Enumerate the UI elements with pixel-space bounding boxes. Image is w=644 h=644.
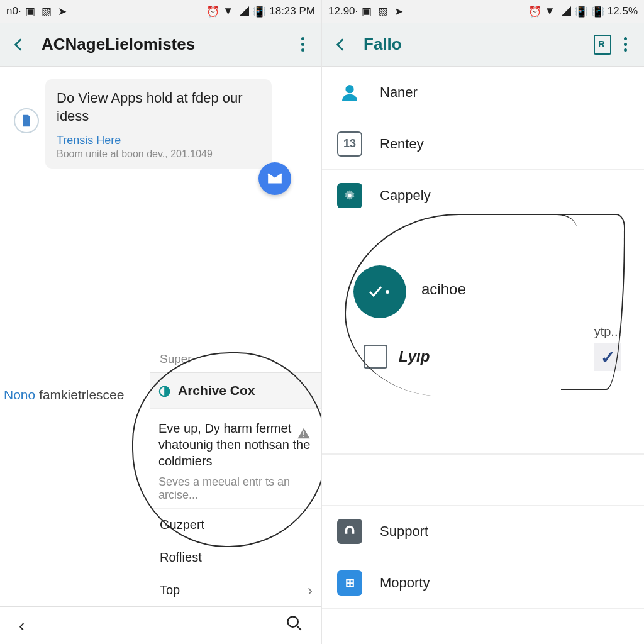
vibrate-icon: 📳 [575,5,587,18]
svg-point-0 [288,617,298,627]
image-icon: ▧ [378,5,391,18]
lyip-label: Lyıp [399,348,430,365]
archive-item-top[interactable]: Top › [150,574,322,606]
support-icon [337,519,362,544]
ytp-label: ytp... [594,325,621,339]
archive-body[interactable]: Eve up, Dy harm fermet vhatounig then no… [150,408,322,508]
send-icon: ➤ [58,5,70,18]
bottom-nav: ‹ [0,606,322,644]
warning-icon [296,426,311,443]
archive-title: Archive Cox [178,383,255,398]
archive-panel: ◑ Archive Cox Eve up, Dy harm fermet vha… [150,372,322,606]
vibrate2-icon: 📳 [591,5,604,18]
archive-icon: ◑ [158,382,170,399]
list-item-blank2[interactable] [322,454,644,506]
svg-point-1 [345,85,353,93]
message-text: Do View Apps hold at fdep our idess [57,89,260,125]
status-bar: n0· ▣ ▧ ➤ ⏰ ▼ 📳 18:23 PM [0,0,321,23]
calendar-badge: 13 [343,137,356,150]
archive-list: Guzpert Rofliest Top › [150,508,322,606]
archive-item-rofliest[interactable]: Rofliest [150,541,322,574]
status-time: 18:23 PM [269,5,315,18]
settings-list-2: Support ⊞ Moporty [322,402,644,609]
list-item-label: Naner [380,84,418,101]
message-bubble[interactable]: Do View Apps hold at fdep our idess Tren… [45,79,272,169]
list-item-label: Cappely [380,187,431,204]
archive-body-text: Eve up, Dy harm fermet vhatounig then no… [158,420,314,469]
nono-prefix: Nono [4,387,39,402]
screen-right: 12.90· ▣ ▧ ➤ ⏰ ▼ 📳 📳 12.5% Fallo [322,0,644,644]
image-icon: ▧ [42,5,54,18]
vibrate-icon: 📳 [253,5,265,18]
archive-header[interactable]: ◑ Archive Cox [150,373,322,408]
nav-back-button[interactable]: ‹ [19,616,25,636]
archive-body-sub: Seves a meeual entr ts an arcise... [158,475,314,502]
back-button[interactable] [330,33,352,56]
app-bar: ACNageLielomistes [0,23,321,67]
list-item-support[interactable]: Support [322,506,644,557]
attachment-meta: Boom unite at boon dev., 201.1049 [57,148,260,160]
app-bar: Fallo [322,23,644,67]
wifi-icon: ▼ [545,5,557,18]
chevron-right-icon: › [308,582,313,599]
super-label: Super [160,352,192,366]
list-item-blank[interactable] [322,402,644,454]
nono-rest: famkietrlescee [39,387,124,402]
compose-button[interactable] [258,162,291,195]
acihoe-label: acihoe [421,280,466,298]
svg-point-3 [386,290,389,294]
person-icon [337,80,362,105]
more-icon [301,37,304,52]
cast-icon: ▣ [362,5,374,18]
lyip-icon [364,345,387,369]
list-item-label: Rentey [380,136,424,152]
more-button[interactable] [614,33,636,56]
send-icon: ➤ [394,5,407,18]
archive-item-guzpert[interactable]: Guzpert [150,508,322,541]
message-row: Do View Apps hold at fdep our idess Tren… [0,67,321,169]
more-icon [624,37,627,52]
list-item-label: Support [380,523,428,540]
moporty-icon: ⊞ [337,570,362,596]
page-title: ACNageLielomistes [42,35,291,54]
cast-icon: ▣ [25,5,38,18]
acihoe-chip[interactable] [353,265,406,318]
nono-label: Nono famkietrlescee [4,387,124,402]
archive-item-label: Rofliest [160,550,202,565]
list-item-cappely[interactable]: Cappely [322,170,644,221]
blank-icon [337,467,362,492]
list-item-label: Moporty [380,575,430,591]
list-item-moporty[interactable]: ⊞ Moporty [322,557,644,609]
blank-icon [337,416,362,441]
check-icon: ✓ [601,347,615,368]
list-item-naner[interactable]: Naner [322,67,644,118]
status-left-text: 12.90· [328,5,358,18]
screen-left: n0· ▣ ▧ ➤ ⏰ ▼ 📳 18:23 PM ACNageLielomist… [0,0,322,644]
search-button[interactable] [286,614,303,636]
back-button[interactable] [8,33,30,56]
gear-icon [337,183,362,208]
document-icon [14,108,39,133]
settings-list: Naner 13 Rentey Cappely [322,67,644,221]
archive-item-label: Guzpert [160,518,204,532]
signal-icon [239,6,249,16]
attachment-title: Trensis Here [57,134,260,147]
calendar-icon: 13 [337,131,362,157]
page-title: Fallo [364,35,591,54]
more-button[interactable] [291,33,314,56]
wifi-icon: ▼ [223,5,235,18]
list-item-rentey[interactable]: 13 Rentey [322,118,644,170]
status-left-text: n0· [6,5,21,18]
signal-icon [561,6,571,16]
search-icon [286,614,303,632]
archive-item-label: Top [160,583,180,597]
message-attachment[interactable]: Trensis Here Boom unite at boon dev., 20… [57,134,260,160]
status-battery: 12.5% [608,5,638,18]
alarm-icon: ⏰ [528,5,541,18]
document-r-icon [594,35,611,55]
check-button[interactable]: ✓ [594,343,621,371]
lyip-row[interactable]: Lyıp [364,345,430,369]
doc-button[interactable] [591,33,614,56]
mail-icon [267,170,283,187]
alarm-icon: ⏰ [206,5,219,18]
